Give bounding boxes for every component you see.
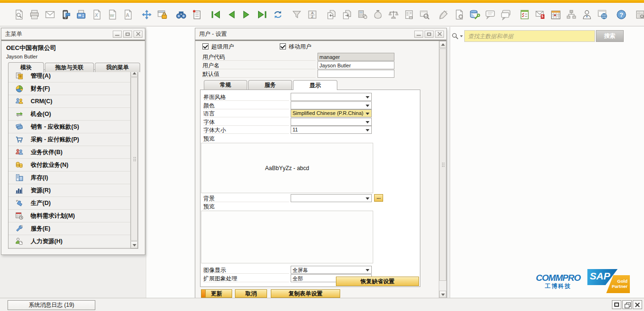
- last-record-icon[interactable]: [256, 8, 268, 21]
- query-wizard-icon[interactable]: [418, 8, 431, 21]
- minimize-icon[interactable]: [113, 31, 122, 38]
- tab-general[interactable]: 常规: [204, 80, 247, 90]
- restore-icon[interactable]: [622, 300, 632, 309]
- dialog-scrollbar[interactable]: [439, 41, 446, 298]
- color-select[interactable]: [291, 101, 372, 109]
- close-icon[interactable]: [435, 31, 444, 38]
- fax-icon[interactable]: [75, 8, 87, 21]
- sms-icon[interactable]: [59, 8, 72, 21]
- gross-profit-icon[interactable]: [371, 8, 384, 21]
- system-message-log-tab[interactable]: 系统消息日志 (19): [8, 300, 95, 310]
- checklist-icon[interactable]: [518, 8, 531, 21]
- web-browser-icon[interactable]: [596, 8, 609, 21]
- skin-style-select[interactable]: [291, 93, 372, 101]
- menu-item-banking[interactable]: 收付款业务(N): [8, 159, 130, 172]
- my-profile-icon[interactable]: [580, 8, 593, 21]
- first-record-icon[interactable]: [209, 8, 222, 21]
- superuser-checkbox[interactable]: [202, 43, 209, 49]
- scroll-down-icon[interactable]: [131, 241, 138, 248]
- menu-item-sales[interactable]: 销售 - 应收账款(S): [8, 121, 130, 133]
- restore-defaults-button[interactable]: 恢复缺省设置: [336, 277, 419, 286]
- language-select[interactable]: Simplified Chinese (P.R.China): [291, 109, 372, 117]
- addon-manager-icon[interactable]: [634, 8, 644, 21]
- menu-item-mrp[interactable]: 物料需求计划(M): [8, 210, 130, 222]
- menu-item-purchasing[interactable]: 采购 - 应付账款(P): [8, 133, 130, 146]
- export-pdf-icon[interactable]: A: [121, 8, 134, 21]
- export-word-icon[interactable]: W: [106, 8, 118, 21]
- lock-screen-icon[interactable]: [156, 8, 168, 21]
- user-code-input[interactable]: [318, 53, 394, 61]
- scroll-up-icon[interactable]: [439, 41, 446, 48]
- tab-my-menu[interactable]: 我的菜单: [95, 63, 140, 72]
- print-preview-icon[interactable]: [12, 8, 25, 21]
- user-name-input[interactable]: [318, 61, 394, 69]
- background-select[interactable]: [291, 194, 372, 202]
- copy-to-icon[interactable]: [340, 8, 353, 21]
- main-menu-titlebar[interactable]: 主菜单: [1, 28, 145, 40]
- transaction-journal-icon[interactable]: [402, 8, 415, 21]
- menu-item-human-resources[interactable]: 人力资源(H): [8, 235, 130, 248]
- tab-display[interactable]: 显示: [293, 80, 337, 90]
- cancel-button[interactable]: 取消: [235, 289, 267, 298]
- defaults-input[interactable]: [318, 70, 394, 78]
- export-excel-icon[interactable]: X: [90, 8, 103, 21]
- menu-item-resources[interactable]: 资源(R): [8, 184, 130, 197]
- maximize-icon[interactable]: [123, 31, 132, 38]
- refresh-icon[interactable]: [271, 8, 284, 21]
- org-chart-icon[interactable]: [565, 8, 577, 21]
- minimize-icon[interactable]: [414, 31, 423, 38]
- sort-icon[interactable]: AZ: [306, 8, 318, 21]
- global-search-input[interactable]: [464, 30, 595, 42]
- filter-icon[interactable]: [290, 8, 303, 21]
- menu-item-financials[interactable]: 财务(F): [8, 82, 130, 95]
- module-list-scrollbar[interactable]: [130, 70, 138, 248]
- scrollbar-thumb[interactable]: [131, 77, 138, 241]
- font-select[interactable]: [291, 118, 372, 126]
- alerts-icon[interactable]: [484, 8, 496, 21]
- previous-record-icon[interactable]: [225, 8, 237, 21]
- menu-item-business-partners[interactable]: 业务伙伴(B): [8, 146, 130, 159]
- tab-services[interactable]: 服务: [248, 80, 292, 90]
- find-icon[interactable]: [175, 8, 187, 21]
- print-icon[interactable]: [28, 8, 41, 21]
- help-icon[interactable]: ?: [615, 8, 627, 21]
- search-button[interactable]: 搜索: [596, 30, 624, 42]
- dialog-titlebar[interactable]: 用户 - 设置: [195, 28, 446, 40]
- workspace: 主菜单 OEC中国有限公司 Jayson Butler 模块 拖放与关联 我的菜…: [0, 27, 644, 298]
- payment-means-icon[interactable]: [356, 8, 368, 21]
- menu-item-production[interactable]: 生产(D): [8, 197, 130, 210]
- launch-application-icon[interactable]: [140, 8, 153, 21]
- commpro-chinese-name: 工博科技: [530, 282, 586, 290]
- messages-icon[interactable]: [499, 8, 512, 21]
- query-manager-icon[interactable]: [468, 8, 481, 21]
- document-settings-icon[interactable]: [452, 8, 465, 21]
- mobile-user-checkbox[interactable]: [280, 43, 286, 49]
- menu-item-crm[interactable]: CRM(C): [8, 95, 130, 108]
- tab-drag-and-relate[interactable]: 拖放与关联: [45, 63, 94, 72]
- font-size-select[interactable]: 11: [291, 126, 372, 134]
- font-size-label: 字体大小: [203, 126, 289, 134]
- form-settings-icon[interactable]: [437, 8, 450, 21]
- close-icon[interactable]: [633, 300, 642, 309]
- menu-item-inventory[interactable]: 库存(I): [8, 172, 130, 184]
- maximize-icon[interactable]: [612, 300, 621, 309]
- scroll-down-icon[interactable]: [439, 291, 446, 298]
- internal-mail-icon[interactable]: [534, 8, 546, 21]
- next-record-icon[interactable]: [240, 8, 253, 21]
- menu-item-opportunities[interactable]: 机会(O): [8, 108, 130, 121]
- calendar-icon[interactable]: [549, 8, 562, 21]
- search-scope-selector[interactable]: [451, 31, 463, 42]
- update-button[interactable]: 更新: [201, 289, 232, 298]
- tab-modules[interactable]: 模块: [8, 62, 44, 73]
- copy-form-settings-button[interactable]: 复制表单设置: [271, 289, 340, 298]
- maximize-icon[interactable]: [425, 31, 434, 38]
- volume-weight-icon[interactable]: [387, 8, 400, 21]
- menu-item-service[interactable]: 服务(E): [8, 222, 130, 235]
- scrollbar-thumb[interactable]: [439, 49, 446, 281]
- background-browse-button[interactable]: ...: [374, 194, 383, 202]
- email-icon[interactable]: [43, 8, 56, 21]
- message-log-icon[interactable]: [190, 8, 203, 21]
- close-icon[interactable]: [134, 31, 142, 38]
- image-display-select[interactable]: 全屏幕: [291, 266, 372, 274]
- paste-from-icon[interactable]: [325, 8, 337, 21]
